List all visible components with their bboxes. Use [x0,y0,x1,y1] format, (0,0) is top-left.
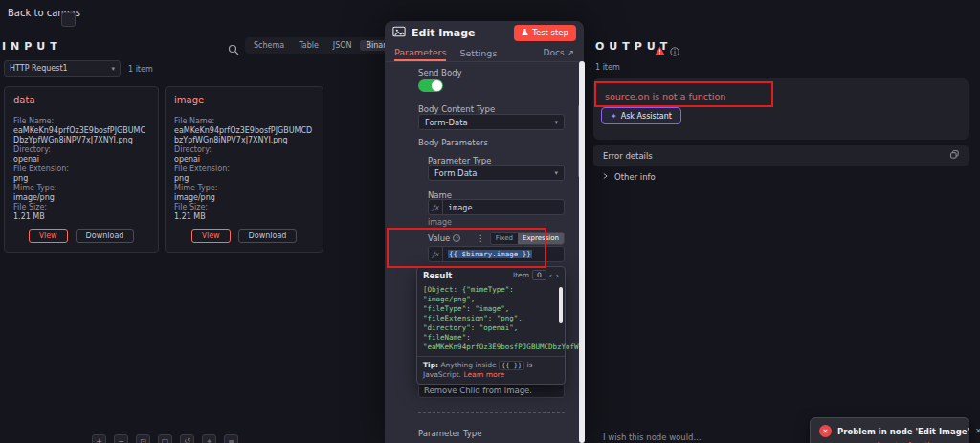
toolbar-icon-button[interactable] [61,12,76,27]
tab-table[interactable]: Table [292,40,325,51]
error-toast: ✕ Problem in node 'Edit Image' ✕ source.… [810,417,969,443]
expression-icon[interactable]: ƒx [429,247,443,261]
result-scrollbar[interactable] [559,287,563,323]
error-details-header[interactable]: Error details [593,145,969,166]
send-body-label: Send Body [418,68,462,78]
canvas-toolbar-button-6[interactable]: ⌖ [202,434,216,443]
fixed-expression-toggle: Fixed Expression [490,232,565,245]
error-circle-icon: ✕ [819,425,832,437]
input-source-label: HTTP Request1 [10,64,68,73]
download-button[interactable]: Download [238,229,298,243]
ask-assistant-button[interactable]: ✦ Ask Assistant [601,107,681,124]
error-message: source.on is not a function [605,91,725,101]
modal-title: Edit Image [412,27,476,39]
info-icon[interactable] [670,42,679,60]
chevron-down-icon: ▾ [554,119,558,126]
chevron-down-icon: ▾ [554,169,558,177]
parameter-separator [418,412,565,413]
tab-settings[interactable]: Settings [459,44,497,61]
sparkle-icon: ✦ [611,112,617,121]
file-size-value: 1.21 MB [174,212,314,222]
binary-card-data: data File Name: eaMKeKn94prfOz3E9bosfPJG… [4,86,159,253]
file-size-value: 1.21 MB [13,212,149,222]
parameter-type-select[interactable]: Form Data ▾ [428,165,565,181]
body-content-type-label: Body Content Type [418,104,495,114]
file-name-label: File Name: [13,117,149,126]
close-icon[interactable]: ✕ [975,427,980,435]
view-button[interactable]: View [29,229,68,243]
modal-body: Send Body Body Content Type Form-Data ▾ … [385,62,584,443]
flask-icon [522,28,528,38]
input-item-count: 1 item [128,65,153,74]
prev-item-icon[interactable]: ‹ [549,272,553,279]
expression-option[interactable]: Expression [518,233,564,244]
value-label: Value [428,233,450,243]
learn-more-link[interactable]: Learn more [463,370,504,379]
expression-result-popover: Result Item 0 ‹ › [Object: {"mimeType": … [416,266,566,385]
result-preview: [Object: {"mimeType": "image/png", "file… [417,283,565,356]
docs-link[interactable]: Docs ↗ [544,48,575,57]
binary-card-image: image File Name: eaMKeKn94prfOz3E9bosfPJ… [165,86,323,253]
chevron-right-icon [603,172,608,182]
binary-key-label: image [174,95,314,105]
edit-image-node-icon [392,24,406,42]
value-expression-input[interactable]: ƒx {{ $binary.image }} [428,246,565,262]
name-hint: image [428,218,452,227]
file-extension-label: File Extension: [13,165,149,174]
fixed-option[interactable]: Fixed [491,233,518,244]
input-source-select[interactable]: HTTP Request1 ▾ [4,60,121,77]
canvas-toolbar-button-4[interactable]: ▢ [158,434,172,443]
next-item-icon[interactable]: › [555,272,559,279]
copy-icon[interactable] [950,150,959,161]
chevron-down-icon: ▾ [111,65,115,73]
directory-label: Directory: [174,145,314,155]
output-item-count: 1 item [595,63,620,72]
file-extension-value: png [13,174,149,184]
input-view-tabs: Schema Table JSON Binary [245,37,399,54]
body-content-type-select[interactable]: Form-Data ▾ [418,114,565,130]
file-name-label: File Name: [174,117,314,126]
toast-title: Problem in node 'Edit Image' [837,427,969,436]
item-label: Item [513,271,529,279]
panel-resize-handle[interactable] [579,61,585,443]
view-button[interactable]: View [191,229,231,243]
other-info-row[interactable]: Other info [593,169,969,185]
body-parameters-label: Body Parameters [418,138,488,147]
canvas-toolbar-button-2[interactable]: − [114,434,128,443]
tab-json[interactable]: JSON [326,40,359,51]
binary-key-label: data [13,95,149,105]
tab-schema[interactable]: Schema [247,40,291,51]
mime-type-label: Mime Type: [13,184,149,193]
node-detail-modal: Edit Image Test step Parameters Settings… [385,21,584,443]
canvas-toolbar-button-1[interactable]: + [92,434,106,443]
modal-header: Edit Image Test step [385,21,584,44]
file-extension-value: png [174,174,314,184]
parameter-type2-label: Parameter Type [418,429,481,438]
error-card: source.on is not a function ✦ Ask Assist… [593,78,969,140]
expression-icon[interactable]: ƒx [429,200,443,214]
send-body-toggle[interactable] [418,79,443,92]
options-menu-icon[interactable]: ⋮ [477,233,485,243]
file-size-label: File Size: [174,203,314,212]
canvas-toolbar-button-7[interactable]: ≡ [224,434,238,443]
file-name-value: eaMKeKn94prfOz3E9bosfPJGBUMCDbzYpfWGn8iN… [174,126,314,145]
value-row: Value ? ⋮ Fixed Expression [428,232,565,245]
file-size-label: File Size: [13,203,149,212]
input-panel-title: INPUT [2,40,62,53]
mime-type-label: Mime Type: [174,184,314,193]
test-step-button[interactable]: Test step [514,25,576,41]
directory-value: openai [13,155,149,165]
canvas-toolbar-button-3[interactable]: ⊡ [136,434,150,443]
download-button[interactable]: Download [76,229,135,243]
tab-parameters[interactable]: Parameters [394,44,446,61]
search-icon[interactable] [228,41,239,53]
help-icon[interactable]: ? [453,234,460,242]
name-input[interactable]: ƒx image [428,199,565,215]
directory-label: Directory: [13,145,149,155]
external-link-icon: ↗ [567,48,574,57]
file-name-value: eaMKeKn94prfOz3E9bosfPJGBUMCDbzYpfWGn8iN… [13,126,149,145]
warning-icon [655,41,665,59]
modal-tab-bar: Parameters Settings Docs ↗ [385,44,584,62]
canvas-toolbar-button-5[interactable]: ↺ [180,434,194,443]
node-feedback-hint[interactable]: I wish this node would... [603,432,702,442]
